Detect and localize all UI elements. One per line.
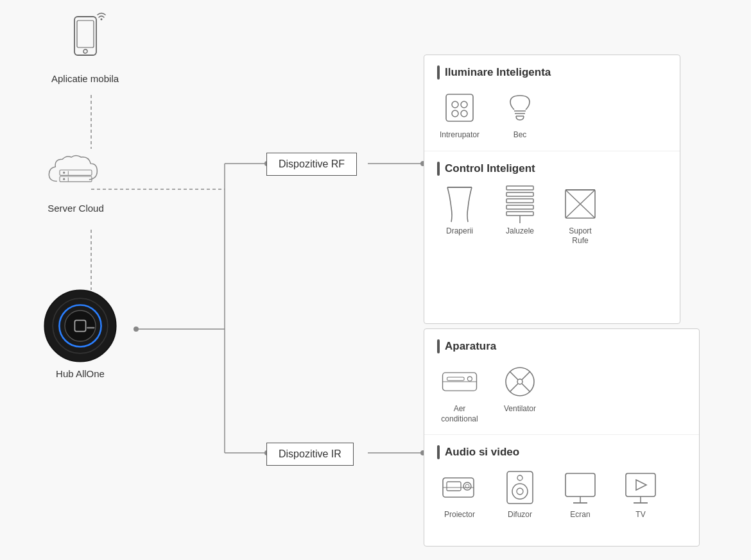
intrerupator-icon-wrap [440, 89, 479, 127]
speaker-icon [502, 469, 538, 506]
ir-panel: Aparatura Aerconditional [424, 328, 700, 547]
proiector-icon-wrap [440, 468, 479, 507]
svg-rect-59 [447, 482, 461, 491]
tv-icon-wrap [621, 468, 660, 507]
curtain-icon [441, 183, 478, 225]
laundry-icon [562, 183, 599, 225]
control-title-text: Control Inteligent [445, 162, 535, 175]
tv-label: TV [635, 510, 645, 520]
difuzor-item: Difuzor [497, 468, 542, 520]
jaluzele-icon-wrap [501, 185, 539, 223]
fan-icon [501, 363, 539, 400]
jaluzele-label: Jaluzele [506, 226, 534, 237]
aparatura-title: Aparatura [437, 339, 686, 353]
ac-icon [440, 365, 479, 398]
aparatura-section: Aparatura Aerconditional [424, 329, 699, 434]
svg-point-16 [83, 49, 87, 53]
title-bar4 [437, 445, 440, 459]
control-devices: Draperii Jaluzele [437, 185, 667, 246]
ecran-icon-wrap [561, 468, 600, 507]
server-cloud-icon [44, 148, 108, 199]
svg-point-27 [65, 310, 96, 341]
hub-node: Hub AllOne [42, 287, 119, 379]
svg-rect-66 [565, 473, 595, 496]
svg-point-9 [134, 327, 139, 332]
svg-point-64 [517, 488, 523, 495]
ir-connector-label: Dispozitive IR [279, 448, 341, 459]
svg-point-34 [461, 110, 467, 117]
server-cloud-label: Server Cloud [47, 203, 104, 214]
control-title: Control Inteligent [437, 162, 667, 176]
svg-point-56 [517, 379, 522, 384]
suport-rufe-label: SuportRufe [569, 226, 591, 246]
svg-rect-41 [506, 199, 533, 203]
aparatura-title-text: Aparatura [445, 340, 496, 353]
rf-panel: Iluminare Inteligenta Intrerupator [424, 55, 680, 324]
audio-video-title: Audio si video [437, 445, 686, 459]
projector-icon [440, 471, 479, 504]
hub-label: Hub AllOne [56, 368, 105, 379]
tv-item: TV [618, 468, 663, 520]
rf-connector-label: Dispozitive RF [279, 158, 345, 169]
svg-point-31 [452, 101, 458, 108]
svg-rect-69 [626, 473, 655, 496]
svg-rect-15 [77, 21, 94, 47]
svg-rect-29 [87, 327, 94, 329]
hub-icon [42, 287, 119, 364]
svg-point-20 [63, 172, 65, 174]
iluminare-devices: Intrerupator [437, 89, 667, 140]
iluminare-section: Iluminare Inteligenta Intrerupator [424, 55, 680, 151]
blinds-icon [501, 183, 539, 225]
control-section: Control Inteligent D [424, 151, 680, 257]
tv-icon [622, 471, 659, 504]
ir-connector-box: Dispozitive IR [266, 443, 354, 466]
app-label: Aplicatie mobila [51, 73, 119, 84]
title-bar2 [437, 162, 440, 176]
suport-rufe-item: SuportRufe [558, 185, 603, 246]
difuzor-label: Difuzor [508, 510, 532, 520]
svg-point-33 [452, 110, 458, 117]
svg-point-63 [512, 484, 528, 499]
svg-rect-42 [506, 205, 533, 209]
suport-rufe-icon-wrap [561, 185, 600, 223]
ac-icon-wrap [440, 362, 479, 401]
svg-point-21 [63, 178, 65, 180]
ac-label: Aerconditional [441, 404, 478, 424]
jaluzele-item: Jaluzele [497, 185, 542, 237]
svg-rect-51 [447, 377, 464, 380]
bec-label: Bec [514, 130, 527, 140]
iluminare-title-text: Iluminare Inteligenta [445, 66, 551, 79]
audio-video-section: Audio si video Proiector [424, 434, 699, 530]
title-bar3 [437, 339, 440, 353]
iluminare-title: Iluminare Inteligenta [437, 65, 667, 80]
svg-rect-43 [506, 212, 533, 216]
audio-video-devices: Proiector Difuzor [437, 468, 686, 520]
draperii-icon-wrap [440, 185, 479, 223]
ventilator-label: Ventilator [504, 404, 536, 414]
svg-point-32 [461, 101, 467, 108]
audio-video-title-text: Audio si video [445, 446, 519, 459]
svg-marker-70 [636, 480, 646, 490]
rf-connector-box: Dispozitive RF [266, 153, 357, 176]
difuzor-icon-wrap [501, 468, 539, 507]
svg-point-52 [467, 377, 472, 381]
proiector-item: Proiector [437, 468, 482, 520]
bec-icon-wrap [501, 89, 539, 127]
phone-icon [63, 12, 108, 69]
svg-rect-30 [446, 94, 473, 121]
bec-item: Bec [497, 89, 542, 140]
diagram-container: Aplicatie mobila Server Cloud [0, 0, 751, 560]
server-node: Server Cloud [44, 148, 108, 214]
svg-point-60 [463, 482, 471, 490]
intrerupator-item: Intrerupator [437, 89, 482, 140]
svg-rect-40 [506, 192, 533, 196]
ecran-label: Ecran [570, 510, 590, 520]
svg-point-65 [517, 475, 522, 480]
intrerupator-label: Intrerupator [440, 130, 479, 140]
switch-icon [441, 89, 478, 126]
title-bar [437, 65, 440, 80]
app-node: Aplicatie mobila [51, 12, 119, 84]
screen-icon [562, 471, 599, 504]
ventilator-item: Ventilator [497, 362, 542, 414]
svg-rect-39 [506, 186, 533, 190]
